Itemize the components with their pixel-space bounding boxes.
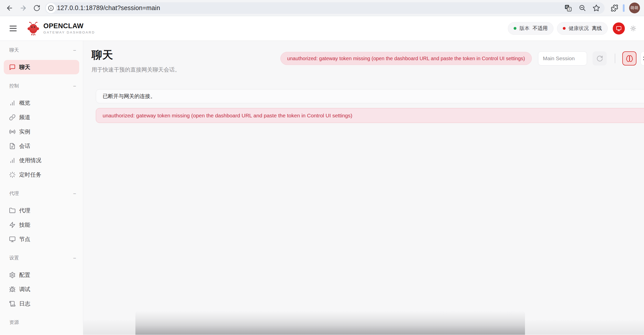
site-info-button[interactable] bbox=[46, 3, 56, 13]
sidebar-item-sessions[interactable]: 会话 bbox=[4, 139, 79, 153]
bookmark-star-icon[interactable] bbox=[593, 4, 600, 12]
composer-shadow bbox=[135, 311, 525, 335]
session-input[interactable] bbox=[538, 51, 587, 65]
collapse-icon[interactable]: − bbox=[73, 48, 76, 53]
menu-toggle-button[interactable] bbox=[10, 26, 17, 31]
arrow-right-icon bbox=[19, 4, 27, 12]
header-status-area: 版本 不适用 健康状况 离线 bbox=[508, 22, 636, 35]
section-label: 代理 bbox=[9, 190, 19, 197]
openclaw-logo bbox=[27, 21, 40, 36]
url-text[interactable]: 127.0.0.1:18789/chat?session=main bbox=[57, 4, 558, 12]
gear-icon bbox=[9, 272, 16, 278]
address-bar[interactable]: 127.0.0.1:18789/chat?session=main G文 bbox=[45, 2, 605, 14]
sidebar-item-nodes[interactable]: 节点 bbox=[4, 232, 79, 246]
version-label: 版本 bbox=[519, 25, 530, 32]
health-value: 离线 bbox=[592, 25, 602, 32]
collapse-icon[interactable]: − bbox=[73, 83, 76, 89]
sidebar-item-agents[interactable]: 代理 bbox=[4, 203, 79, 218]
refresh-session-button[interactable] bbox=[593, 51, 607, 65]
side-panel-indicator bbox=[623, 4, 625, 12]
sidebar-item-usage[interactable]: 使用情况 bbox=[4, 153, 79, 168]
sidebar-section-control[interactable]: 控制 − bbox=[4, 82, 79, 90]
collapse-icon[interactable]: − bbox=[73, 255, 76, 261]
unauthorized-error-message: unauthorized: gateway token missing (ope… bbox=[96, 108, 644, 123]
info-icon bbox=[48, 5, 54, 11]
extensions-icon[interactable] bbox=[611, 4, 618, 12]
sidebar-section-resources[interactable]: 资源 bbox=[4, 319, 79, 326]
sidebar-item-label: 定时任务 bbox=[19, 171, 41, 179]
chat-messages: 已断开与网关的连接。 unauthorized: gateway token m… bbox=[96, 89, 644, 123]
sidebar-item-overview[interactable]: 概览 bbox=[4, 96, 79, 110]
sidebar-section-settings[interactable]: 设置 − bbox=[4, 254, 79, 262]
zap-icon bbox=[9, 222, 16, 228]
sidebar-item-label: 概览 bbox=[19, 99, 30, 107]
theme-toggle-button[interactable] bbox=[630, 25, 636, 32]
sidebar-item-label: 会话 bbox=[19, 142, 30, 150]
chat-bubble-icon bbox=[9, 64, 16, 71]
sidebar-item-chat[interactable]: 聊天 bbox=[4, 60, 79, 74]
health-label: 健康状况 bbox=[569, 25, 589, 32]
sidebar-section-chat[interactable]: 聊天 − bbox=[4, 46, 79, 54]
sidebar-item-label: 技能 bbox=[19, 221, 30, 229]
brand-block: OPENCLAW GATEWAY DASHBOARD bbox=[43, 22, 95, 34]
monitor-icon bbox=[9, 236, 16, 243]
sidebar-item-channels[interactable]: 频道 bbox=[4, 110, 79, 124]
sidebar-item-cron[interactable]: 定时任务 bbox=[4, 168, 79, 182]
sidebar-item-label: 日志 bbox=[19, 300, 30, 308]
scroll-icon bbox=[9, 300, 16, 307]
disconnected-message: 已断开与网关的连接。 bbox=[96, 89, 644, 103]
reload-icon bbox=[33, 5, 40, 12]
browser-back-button[interactable] bbox=[4, 3, 15, 14]
chat-display-button[interactable] bbox=[613, 22, 625, 35]
usage-chart-icon bbox=[9, 157, 16, 164]
model-brain-button[interactable] bbox=[622, 51, 636, 65]
translate-icon[interactable]: G文 bbox=[564, 4, 572, 12]
version-value: 不适用 bbox=[533, 25, 548, 32]
section-label: 资源 bbox=[9, 319, 19, 326]
sidebar-item-instances[interactable]: 实例 bbox=[4, 124, 79, 139]
brain-icon bbox=[626, 55, 633, 62]
sidebar-item-label: 使用情况 bbox=[19, 157, 41, 164]
folder-icon bbox=[9, 207, 16, 214]
error-toast: unauthorized: gateway token missing (ope… bbox=[280, 52, 532, 65]
sidebar-item-logs[interactable]: 日志 bbox=[4, 296, 79, 311]
sidebar-item-debug[interactable]: 调试 bbox=[4, 282, 79, 296]
sidebar-item-label: 配置 bbox=[19, 271, 30, 279]
section-label: 控制 bbox=[9, 83, 19, 89]
section-label: 设置 bbox=[9, 255, 19, 261]
brand-subtitle: GATEWAY DASHBOARD bbox=[43, 30, 95, 34]
link-icon bbox=[9, 114, 16, 121]
overflow-button[interactable] bbox=[640, 51, 644, 65]
sun-icon bbox=[630, 25, 636, 31]
scheduler-icon bbox=[9, 172, 16, 178]
browser-toolbar: 127.0.0.1:18789/chat?session=main G文 萌萌 bbox=[0, 0, 644, 16]
browser-profile-avatar[interactable]: 萌萌 bbox=[629, 3, 640, 13]
sidebar-item-label: 聊天 bbox=[19, 63, 30, 71]
browser-forward-button[interactable] bbox=[18, 3, 29, 14]
zoom-out-icon[interactable] bbox=[578, 4, 586, 12]
sidebar-item-label: 调试 bbox=[19, 286, 30, 293]
browser-reload-button[interactable] bbox=[31, 3, 42, 14]
svg-text:文: 文 bbox=[568, 8, 571, 11]
screen: 127.0.0.1:18789/chat?session=main G文 萌萌 bbox=[0, 0, 644, 335]
sidebar-item-label: 频道 bbox=[19, 114, 30, 121]
bug-icon bbox=[9, 286, 16, 293]
chat-controls: unauthorized: gateway token missing (ope… bbox=[280, 51, 644, 65]
arrow-left-icon bbox=[6, 4, 13, 12]
refresh-icon bbox=[596, 55, 603, 62]
sidebar-item-label: 代理 bbox=[19, 207, 30, 214]
controls-divider bbox=[615, 54, 615, 63]
sidebar-item-skills[interactable]: 技能 bbox=[4, 218, 79, 232]
version-badge: 版本 不适用 bbox=[508, 22, 553, 35]
sidebar-item-config[interactable]: 配置 bbox=[4, 268, 79, 282]
document-icon bbox=[9, 143, 16, 149]
collapse-icon[interactable]: − bbox=[73, 191, 76, 196]
browser-actions: 萌萌 bbox=[607, 3, 640, 13]
sidebar-item-label: 实例 bbox=[19, 128, 30, 136]
bottom-shade-wide bbox=[83, 319, 644, 335]
sidebar-section-agents[interactable]: 代理 − bbox=[4, 190, 79, 197]
health-status-dot bbox=[563, 27, 566, 30]
main-content: 聊天 用于快速干预的直接网关聊天会话。 unauthorized: gatewa… bbox=[83, 41, 644, 335]
page-head: 聊天 用于快速干预的直接网关聊天会话。 bbox=[92, 48, 180, 74]
sidebar-item-label: 节点 bbox=[19, 236, 30, 243]
